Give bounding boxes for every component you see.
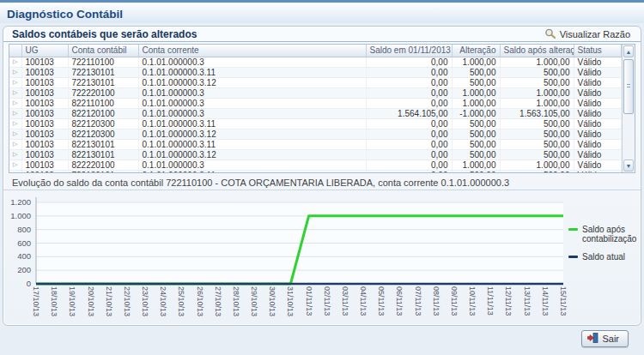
table-cell: Válido xyxy=(574,159,622,170)
table-row[interactable]: ▷1001038221203000.1.01.000000.3.120,0050… xyxy=(9,129,622,139)
table-body: ▷1001037221101000.1.01.000000.30,001.000… xyxy=(9,57,622,173)
table-cell: 100103 xyxy=(21,159,68,170)
table-row[interactable]: ▷1001037221301010.1.01.000000.3.110,0050… xyxy=(9,67,622,77)
x-tick-label: 21/10/13 xyxy=(102,286,116,328)
x-tick-label: 26/10/13 xyxy=(193,286,207,328)
table-cell: 0.1.01.000000.3.12 xyxy=(138,77,366,87)
table-row[interactable]: ▷1001038221101000.1.01.000000.30,001.000… xyxy=(9,98,622,108)
table-row[interactable]: ▷1001037222201000.1.01.000000.30,001.000… xyxy=(9,87,622,98)
row-expander-icon[interactable]: ▷ xyxy=(9,170,21,173)
row-expander-icon[interactable]: ▷ xyxy=(9,87,21,98)
table-cell: 100103 xyxy=(21,139,68,149)
table-cell: 100103 xyxy=(21,129,68,139)
table-cell: 0.1.01.000000.3 xyxy=(138,87,366,98)
row-expander-icon[interactable]: ▷ xyxy=(9,67,21,77)
exit-icon xyxy=(587,333,598,345)
x-tick-label: 25/10/13 xyxy=(174,286,188,328)
table-cell: 500,00 xyxy=(452,67,500,77)
table-cell: Válido xyxy=(574,129,622,139)
x-tick-label: 10/11/13 xyxy=(465,286,479,328)
table-cell: 0,00 xyxy=(366,67,452,77)
x-tick-label: 20/10/13 xyxy=(84,286,98,328)
table-cell: 100103 xyxy=(21,87,68,98)
table-row[interactable]: ▷1001038221203000.1.01.000000.3.110,0050… xyxy=(9,118,622,129)
x-tick-label: 14/11/13 xyxy=(538,286,552,328)
window-title-bar: Diagnóstico Contábil xyxy=(0,0,644,23)
main-panel: Saldos contábeis que serão alterados Vis… xyxy=(3,26,641,326)
column-header[interactable]: Conta contábil xyxy=(68,45,138,57)
table-cell: 0.1.01.000000.3 xyxy=(138,159,366,170)
table-cell: 500,00 xyxy=(452,129,500,139)
row-expander-icon[interactable]: ▷ xyxy=(9,149,21,159)
table-row[interactable]: ▷1001038222201000.1.01.000000.30,001.000… xyxy=(9,159,622,170)
table-cell: 0.1.01.000000.3.11 xyxy=(138,139,366,149)
column-header[interactable]: Saldo em 01/11/2013 xyxy=(366,45,452,57)
scrollbar-down-arrow-icon[interactable]: ▼ xyxy=(623,159,634,171)
table-cell: 500,00 xyxy=(452,118,500,129)
table-cell: 500,00 xyxy=(500,139,574,149)
row-expander-icon[interactable]: ▷ xyxy=(9,139,21,149)
saldos-table: UGConta contábilConta correnteSaldo em 0… xyxy=(9,44,635,173)
page-title: Diagnóstico Contábil xyxy=(7,8,123,21)
x-tick-label: 09/11/13 xyxy=(447,286,461,328)
column-header[interactable]: UG xyxy=(21,45,68,57)
x-tick-label: 13/11/13 xyxy=(520,286,534,328)
x-tick-label: 11/11/13 xyxy=(483,286,497,328)
table-scrollbar[interactable]: ▲ ▼ xyxy=(622,45,635,172)
table-cell: 100103 xyxy=(21,170,68,173)
scrollbar-grip xyxy=(627,84,630,89)
table-cell: 1.563.105,00 xyxy=(500,108,574,118)
column-header[interactable]: Saldo após alteração xyxy=(500,45,574,57)
row-expander-icon[interactable]: ▷ xyxy=(9,118,21,129)
x-tick-label: 22/10/13 xyxy=(120,286,134,328)
row-expander-icon[interactable]: ▷ xyxy=(9,108,21,118)
table-row[interactable]: ▷1001037221301010.1.01.000000.3.110,0050… xyxy=(9,170,622,173)
table-cell: 0,00 xyxy=(366,77,452,87)
scrollbar-up-arrow-icon[interactable]: ▲ xyxy=(623,45,634,57)
table-cell: 500,00 xyxy=(452,139,500,149)
x-tick-label: 06/11/13 xyxy=(392,286,406,328)
table-cell: 0,00 xyxy=(366,118,452,129)
x-tick-label: 05/11/13 xyxy=(374,286,388,328)
row-expander-icon[interactable]: ▷ xyxy=(9,77,21,87)
visualizar-razao-button[interactable]: Visualizar Razão xyxy=(541,27,634,40)
row-expander-icon[interactable]: ▷ xyxy=(9,129,21,139)
table-cell: 0.1.01.000000.3.12 xyxy=(138,129,366,139)
x-tick-label: 02/11/13 xyxy=(320,286,334,328)
chart-legend: Saldo após contabilizaçãoSaldo atual xyxy=(568,225,639,262)
column-header[interactable]: Status xyxy=(574,45,622,57)
visualizar-razao-label: Visualizar Razão xyxy=(560,29,630,39)
table-cell: 822130101 xyxy=(68,149,138,159)
x-tick-label: 01/11/13 xyxy=(302,286,316,328)
x-tick-label: 17/10/13 xyxy=(29,286,43,328)
x-tick-label: 19/10/13 xyxy=(65,286,79,328)
table-cell: 0,00 xyxy=(366,159,452,170)
sair-label: Sair xyxy=(602,334,619,344)
table-cell: 1.000,00 xyxy=(452,159,500,170)
x-tick-label: 12/11/13 xyxy=(501,286,515,328)
table-cell: 0.1.01.000000.3.12 xyxy=(138,149,366,159)
chart-title: Evolução do saldo da conta contábil 7221… xyxy=(3,175,641,190)
table-row[interactable]: ▷1001037221101000.1.01.000000.30,001.000… xyxy=(9,57,622,67)
table-header-row: UGConta contábilConta correnteSaldo em 0… xyxy=(9,45,622,57)
column-header[interactable]: Alteração xyxy=(452,45,500,57)
table-row[interactable]: ▷1001038221201000.1.01.000000.31.564.105… xyxy=(9,108,622,118)
row-expander-icon[interactable]: ▷ xyxy=(9,98,21,108)
column-header[interactable]: Conta corrente xyxy=(138,45,366,57)
table-row[interactable]: ▷1001038221301010.1.01.000000.3.110,0050… xyxy=(9,139,622,149)
table-cell: 500,00 xyxy=(500,129,574,139)
sair-button[interactable]: Sair xyxy=(581,330,629,347)
scrollbar-thumb[interactable] xyxy=(623,59,634,114)
table-cell: 822220100 xyxy=(68,159,138,170)
row-expander-icon[interactable]: ▷ xyxy=(9,159,21,170)
table-cell: 1.000,00 xyxy=(500,87,574,98)
x-tick-label: 29/10/13 xyxy=(247,286,261,328)
table-cell: 0,00 xyxy=(366,170,452,173)
table-cell: 500,00 xyxy=(452,149,500,159)
row-expander-icon[interactable]: ▷ xyxy=(9,57,21,67)
table-row[interactable]: ▷1001038221301010.1.01.000000.3.120,0050… xyxy=(9,149,622,159)
table-cell: 1.000,00 xyxy=(452,57,500,67)
table-cell: 0.1.01.000000.3.11 xyxy=(138,170,366,173)
table-cell: 0,00 xyxy=(366,149,452,159)
table-row[interactable]: ▷1001037221301010.1.01.000000.3.120,0050… xyxy=(9,77,622,87)
